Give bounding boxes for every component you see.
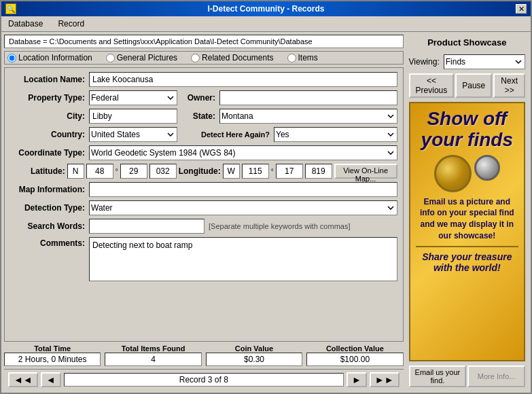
- city-state-row: City: State: Montana: [10, 109, 397, 124]
- total-items-value: 4: [105, 353, 201, 366]
- view-map-button[interactable]: View On-Line Map...: [334, 164, 397, 179]
- search-words-row: Search Words: [Separate multiple keyword…: [10, 219, 397, 234]
- showcase-banner: Show off your finds Email us a picture a…: [409, 102, 525, 361]
- showcase-pause-button[interactable]: Pause: [455, 73, 492, 98]
- city-label: City:: [10, 111, 85, 121]
- window-title: I-Detect Community - Records: [16, 4, 516, 14]
- menu-bar: Database Record: [1, 16, 531, 32]
- city-input[interactable]: [89, 109, 177, 124]
- detect-again-select[interactable]: Yes No: [274, 127, 397, 142]
- tab-related-docs[interactable]: Related Documents: [191, 53, 273, 62]
- total-items-label: Total Items Found: [122, 344, 185, 353]
- tab-items[interactable]: Items: [287, 53, 318, 62]
- property-owner-row: Property Type: Federal Owner:: [10, 90, 397, 105]
- action-buttons-row: Email us your find. More Info...: [406, 365, 528, 390]
- coord-type-select[interactable]: World Geodetic System 1984 (WGS 84): [89, 145, 397, 160]
- location-name-label: Location Name:: [10, 75, 85, 84]
- coord-type-label: Coordinate Type:: [10, 148, 85, 158]
- banner-title: Show off your finds: [421, 109, 513, 151]
- viewing-row: Viewing: Finds: [406, 53, 528, 71]
- showcase-header: Product Showcase: [406, 35, 528, 50]
- right-panel: Product Showcase Viewing: Finds << Previ…: [406, 35, 528, 390]
- stats-row: Total Time 2 Hours, 0 Minutes Total Item…: [4, 344, 404, 366]
- lon-dir-input[interactable]: [223, 164, 240, 179]
- state-label: State:: [181, 111, 215, 121]
- first-record-button[interactable]: ◄◄: [8, 372, 38, 387]
- lat-lon-row: Latitude: ° Longitude: ° View On-Line Ma…: [10, 164, 397, 179]
- last-record-button[interactable]: ►►: [370, 372, 400, 387]
- collection-value-box: Collection Value $100.00: [306, 344, 403, 366]
- email-find-button[interactable]: Email us your find.: [409, 365, 467, 387]
- db-path: Database = C:\Documents and Settings\xxx…: [4, 35, 404, 48]
- comments-label: Comments:: [10, 238, 85, 248]
- search-words-hint: [Separate multiple keywords with commas]: [209, 222, 350, 230]
- country-select[interactable]: United States: [89, 127, 177, 142]
- lon-min-input[interactable]: [276, 164, 303, 179]
- coin-value-label: Coin Value: [235, 344, 273, 353]
- lat-min-input[interactable]: [120, 164, 147, 179]
- owner-input[interactable]: [219, 90, 397, 105]
- banner-body-text: Email us a picture and info on your spec…: [416, 196, 518, 242]
- more-info-button[interactable]: More Info...: [467, 365, 525, 387]
- total-items-box: Total Items Found 4: [105, 344, 201, 366]
- lon-deg-input[interactable]: [242, 164, 269, 179]
- coin-value-box: Coin Value $0.30: [206, 344, 302, 366]
- latitude-label: Latitude:: [10, 166, 65, 176]
- total-time-label: Total Time: [34, 344, 71, 353]
- detection-type-label: Detection Type:: [10, 203, 85, 213]
- menu-database[interactable]: Database: [4, 18, 47, 30]
- property-type-select[interactable]: Federal: [89, 90, 177, 105]
- menu-record[interactable]: Record: [54, 18, 88, 30]
- location-name-row: Location Name:: [10, 72, 397, 87]
- showcase-next-button[interactable]: Next >>: [493, 73, 525, 98]
- showcase-prev-button[interactable]: << Previous: [409, 73, 455, 98]
- map-info-label: Map Information:: [10, 185, 85, 194]
- property-type-label: Property Type:: [10, 93, 85, 103]
- collection-value-value: $100.00: [306, 353, 403, 366]
- banner-subtitle: Share your treasure with the world!: [416, 246, 518, 273]
- prev-record-button[interactable]: ◄: [41, 372, 61, 387]
- detect-again-label: Detect Here Again?: [181, 130, 270, 139]
- collection-value-label: Collection Value: [326, 344, 384, 353]
- lon-sec-input[interactable]: [305, 164, 332, 179]
- country-label: Country:: [10, 130, 85, 139]
- title-bar: 🔍 I-Detect Community - Records ✕: [1, 1, 531, 16]
- detection-type-select[interactable]: Water: [89, 200, 397, 215]
- state-select[interactable]: Montana: [219, 109, 397, 124]
- longitude-label: Longitude:: [179, 166, 221, 176]
- banner-coins: [434, 155, 500, 192]
- lat-deg-input[interactable]: [86, 164, 113, 179]
- main-window: 🔍 I-Detect Community - Records ✕ Databas…: [0, 0, 532, 394]
- record-indicator: Record 3 of 8: [64, 373, 344, 387]
- lat-sec-input[interactable]: [149, 164, 177, 179]
- tab-general-pictures[interactable]: General Pictures: [106, 53, 177, 62]
- comments-textarea[interactable]: Detecting next to boat ramp: [89, 237, 397, 281]
- left-panel: Database = C:\Documents and Settings\xxx…: [4, 35, 404, 390]
- location-name-input[interactable]: [89, 72, 397, 87]
- country-detect-row: Country: United States Detect Here Again…: [10, 127, 397, 142]
- showcase-nav-row: << Previous Pause Next >>: [406, 73, 528, 98]
- viewing-select[interactable]: Finds: [444, 54, 525, 69]
- app-icon: 🔍: [5, 3, 16, 14]
- close-button[interactable]: ✕: [516, 4, 527, 14]
- detection-type-row: Detection Type: Water: [10, 200, 397, 215]
- comments-row: Comments: Detecting next to boat ramp: [10, 237, 397, 281]
- main-content: Database = C:\Documents and Settings\xxx…: [1, 32, 531, 393]
- form-area: Location Name: Property Type: Federal Ow…: [4, 67, 404, 342]
- search-words-label: Search Words:: [10, 221, 85, 231]
- map-info-row: Map Information:: [10, 182, 397, 197]
- search-words-input[interactable]: [89, 219, 205, 234]
- lat-dir-input[interactable]: [67, 164, 84, 179]
- silver-coin-icon: [474, 155, 500, 181]
- total-time-value: 2 Hours, 0 Minutes: [4, 353, 101, 366]
- next-record-button[interactable]: ►: [347, 372, 367, 387]
- nav-bar: ◄◄ ◄ Record 3 of 8 ► ►►: [4, 369, 404, 390]
- map-info-input[interactable]: [89, 182, 397, 197]
- coin-value-value: $0.30: [206, 353, 302, 366]
- owner-label: Owner:: [181, 93, 215, 103]
- coord-type-row: Coordinate Type: World Geodetic System 1…: [10, 145, 397, 160]
- total-time-box: Total Time 2 Hours, 0 Minutes: [4, 344, 101, 366]
- viewing-label: Viewing:: [409, 57, 440, 67]
- tab-radio-bar: Location Information General Pictures Re…: [4, 51, 404, 65]
- tab-location-info[interactable]: Location Information: [7, 53, 92, 62]
